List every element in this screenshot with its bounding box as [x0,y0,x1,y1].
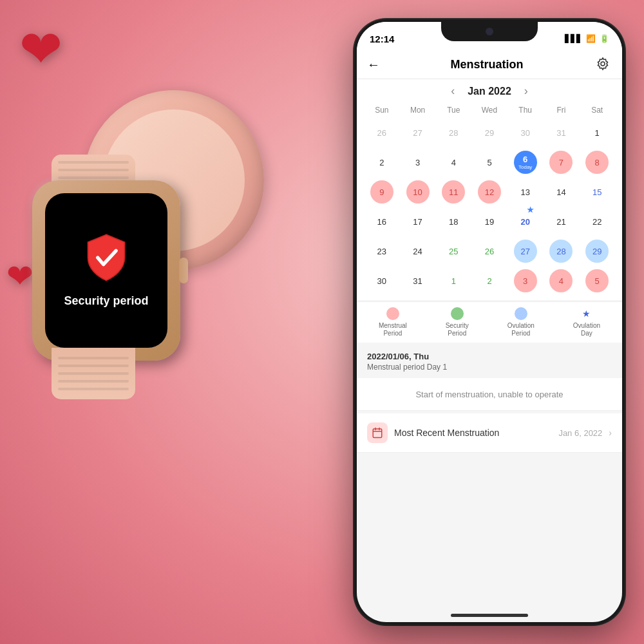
legend-menstrual: MenstrualPeriod [379,307,407,337]
back-button[interactable]: ← [367,57,380,72]
status-icons: ▋▋▋ 📶 🔋 [565,34,609,43]
cal-cell[interactable]: 28 [436,118,471,147]
weekday-sat: Sat [580,103,614,117]
cal-date: 29 [484,119,495,146]
cal-date: 27 [412,119,423,146]
legend-label-security: SecurityPeriod [446,322,469,337]
notch [441,22,538,41]
today-label: Today [518,164,532,170]
cal-date: 8 [585,151,609,174]
legend-label-ovulation-day: OvulationDay [573,322,600,337]
svg-rect-1 [373,429,382,438]
band-line [58,161,129,164]
cal-cell[interactable]: 24 [401,237,435,265]
heart-decoration-tl: ❤ [19,19,62,79]
calendar-icon [372,427,383,439]
cal-date: 7 [549,151,573,174]
cal-cell[interactable]: 25 [436,237,471,265]
cal-cell[interactable]: 30 [508,118,543,147]
settings-button[interactable] [594,55,612,73]
cal-cell[interactable]: 27 [508,237,543,265]
cal-cell[interactable]: 13 [508,178,543,206]
cal-date: 14 [555,178,567,205]
cal-cell[interactable]: 27 [401,118,435,147]
recent-menstruation-icon [367,422,388,443]
cal-cell[interactable]: 17 [401,207,435,236]
cal-cell[interactable]: 23 [365,237,399,265]
cal-cell[interactable]: 10 [401,178,435,206]
cal-date: 29 [585,240,609,263]
cal-date: 15 [591,178,603,205]
smartphone-container: 12:14 ▋▋▋ 📶 🔋 ← Menstruation [354,19,625,625]
cal-cell[interactable]: 11 [436,178,471,206]
cal-date: 28 [549,240,573,263]
cal-cell[interactable]: 1 [580,118,614,147]
cal-date: 4 [549,269,573,292]
cal-date: 2 [486,267,493,294]
band-line [58,176,129,179]
cal-cell[interactable]: 5 [472,148,507,176]
cal-cell[interactable]: 5 [580,267,614,295]
cal-cell[interactable]: 29 [580,237,614,265]
page-title: Menstruation [450,58,523,71]
recent-menstruation-row[interactable]: Most Recent Menstruation Jan 6, 2022 › [357,413,622,453]
cal-date: 18 [448,208,459,235]
cal-cell[interactable]: 1 [436,267,471,295]
cal-date: 31 [412,267,423,294]
message-section: Start of menstruation, unable to operate [357,378,622,411]
cal-date: 22 [591,208,603,235]
legend-dot-ovulation [515,307,527,320]
cal-cell[interactable]: 4 [544,267,579,295]
cal-date: 13 [519,178,531,205]
cal-cell[interactable]: 2 [472,267,507,295]
legend-ovulation-day: ★ OvulationDay [573,307,600,337]
cal-cell[interactable]: 21 [544,207,579,236]
app-header: ← Menstruation [357,50,622,79]
next-month-button[interactable]: › [524,84,528,98]
cal-cell[interactable]: 7 [544,148,579,176]
cal-cell[interactable]: 31 [401,267,435,295]
cal-date: 3 [414,149,421,176]
weekday-thu: Thu [508,103,543,117]
cal-cell[interactable]: 18 [436,207,471,236]
prev-month-button[interactable]: ‹ [451,84,455,98]
cal-cell[interactable]: 9 [365,178,399,206]
cal-cell[interactable]: 8 [580,148,614,176]
smartphone-screen: 12:14 ▋▋▋ 📶 🔋 ← Menstruation [357,22,622,622]
cal-cell-today[interactable]: 6 Today [508,148,543,176]
cal-cell[interactable]: 3 [401,148,435,176]
legend-ovulation: OvulationPeriod [507,307,535,337]
cal-date: 31 [555,119,567,146]
cal-cell[interactable]: 3 [508,267,543,295]
watch-crown [179,258,188,283]
cal-cell[interactable]: 2 [365,148,399,176]
cal-cell[interactable]: 19 [472,207,507,236]
weekday-tue: Tue [436,103,471,117]
cal-cell[interactable]: 31 [544,118,579,147]
cal-cell-ovulation-day[interactable]: 20 ★ [508,207,543,236]
cal-cell[interactable]: 26 [472,237,507,265]
svg-point-0 [601,62,605,66]
band-line [58,365,129,367]
band-lines-bottom [52,348,135,399]
cal-cell[interactable]: 26 [365,118,399,147]
cal-cell[interactable]: 4 [436,148,471,176]
cal-cell[interactable]: 30 [365,267,399,295]
band-line [58,357,129,359]
calendar-month-label: Jan 2022 [468,86,511,97]
cal-cell[interactable]: 15 [580,178,614,206]
home-indicator [451,614,528,617]
cal-date: 30 [376,267,388,294]
cal-date: 26 [376,119,388,146]
cal-cell[interactable]: 28 [544,237,579,265]
cal-cell[interactable]: 16 [365,207,399,236]
legend-label-ovulation: OvulationPeriod [507,322,535,337]
cal-cell[interactable]: 14 [544,178,579,206]
cal-cell[interactable]: 22 [580,207,614,236]
cal-date: 21 [555,208,567,235]
message-text: Start of menstruation, unable to operate [415,390,563,399]
cal-cell[interactable]: 29 [472,118,507,147]
info-section: 2022/01/06, Thu Menstrual period Day 1 [357,345,622,378]
cal-date: 27 [514,240,537,263]
cal-cell[interactable]: 12 [472,178,507,206]
